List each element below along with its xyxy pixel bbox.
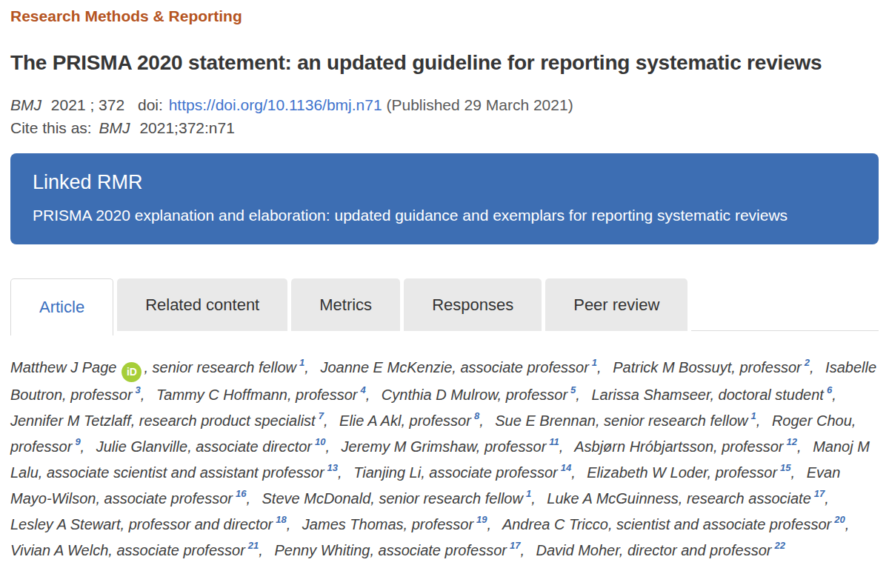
doi-link[interactable]: https://doi.org/10.1136/bmj.n71: [169, 96, 382, 113]
page-title: The PRISMA 2020 statement: an updated gu…: [10, 50, 879, 76]
author: Jennifer M Tetzlaff, research product sp…: [10, 412, 324, 429]
author-name: Lesley A Stewart: [10, 516, 121, 532]
author-separator: ,: [487, 516, 499, 532]
article-header-page: Research Methods & Reporting The PRISMA …: [0, 0, 889, 564]
author-name: Elie A Akl: [339, 412, 401, 429]
author: Luke A McGuinness, research associate17: [547, 490, 825, 507]
author-separator: ,: [81, 438, 93, 455]
linked-rmr-box: Linked RMR PRISMA 2020 explanation and e…: [10, 153, 879, 244]
author-separator: ,: [832, 387, 844, 403]
author-separator: ,: [791, 464, 803, 481]
affiliation-ref[interactable]: 3: [136, 384, 141, 395]
author: James Thomas, professor19: [302, 516, 487, 532]
author-name: Asbjørn Hróbjartsson: [574, 438, 713, 455]
author-role: , senior research fellow: [144, 359, 296, 375]
affiliation-ref[interactable]: 2: [805, 357, 810, 368]
affiliation-ref[interactable]: 11: [549, 436, 559, 447]
affiliation-ref[interactable]: 20: [834, 514, 845, 525]
author-separator: ,: [756, 412, 768, 429]
author: Tammy C Hoffmann, professor4: [156, 387, 366, 403]
author-name: Matthew J Page: [10, 359, 116, 375]
author-separator: ,: [825, 490, 836, 507]
tab-responses[interactable]: Responses: [404, 278, 542, 331]
author-name: Patrick M Bossuyt: [613, 359, 731, 375]
author-name: Penny Whiting: [274, 542, 370, 558]
affiliation-ref[interactable]: 5: [570, 384, 576, 395]
author-name: Jennifer M Tetzlaff: [10, 412, 131, 429]
affiliation-ref[interactable]: 15: [780, 462, 790, 473]
affiliation-ref[interactable]: 22: [774, 540, 785, 551]
author: Matthew J PageiD, senior research fellow…: [10, 359, 304, 375]
tab-article[interactable]: Article: [10, 278, 113, 335]
author-role: , senior research fellow: [596, 412, 748, 429]
author-name: Vivian A Welch: [10, 542, 108, 558]
affiliation-ref[interactable]: 19: [476, 514, 487, 525]
tab-related-content[interactable]: Related content: [117, 278, 287, 331]
author-separator: ,: [479, 412, 491, 429]
author: David Moher, director and professor22: [536, 542, 785, 558]
author: Lesley A Stewart, professor and director…: [10, 516, 287, 532]
author-separator: ,: [325, 438, 337, 455]
author-name: Jeremy M Grimshaw: [342, 438, 476, 455]
affiliation-ref[interactable]: 18: [276, 514, 286, 525]
affiliation-ref[interactable]: 16: [236, 488, 246, 499]
tab-metrics[interactable]: Metrics: [291, 278, 400, 331]
author-separator: ,: [576, 387, 587, 403]
tab-peer-review[interactable]: Peer review: [545, 278, 687, 331]
affiliation-ref[interactable]: 17: [510, 540, 520, 551]
affiliation-ref[interactable]: 6: [827, 384, 832, 395]
author-separator: ,: [559, 438, 571, 455]
doi-label: doi:: [138, 96, 163, 113]
author: Vivian A Welch, associate professor21: [10, 542, 259, 558]
author-role: , professor: [713, 438, 783, 455]
author-separator: ,: [304, 359, 316, 375]
affiliation-ref[interactable]: 7: [319, 410, 324, 421]
author: Andrea C Tricco, scientist and associate…: [502, 516, 845, 532]
author-name: David Moher: [536, 542, 619, 558]
author-role: , professor: [707, 464, 777, 481]
author-name: Elizabeth W Loder: [587, 464, 707, 481]
author-name: Tianjing Li: [353, 464, 421, 481]
author: Sue E Brennan, senior research fellow1: [495, 412, 756, 429]
author-role: , associate professor: [370, 542, 507, 558]
cite-as-ref: 2021;372:n71: [139, 119, 234, 136]
author: Cynthia D Mulrow, professor5: [382, 387, 576, 403]
affiliation-ref[interactable]: 9: [75, 436, 80, 447]
author-name: Roger Chou: [772, 412, 852, 429]
author-role: , professor: [62, 387, 132, 403]
author: Asbjørn Hróbjartsson, professor12: [574, 438, 797, 455]
affiliation-ref[interactable]: 13: [327, 462, 338, 473]
affiliation-ref[interactable]: 4: [360, 384, 365, 395]
author-role: , professor: [731, 359, 801, 375]
author-name: Larissa Shamseer: [591, 387, 710, 403]
author: Steve McDonald, senior research fellow1: [262, 490, 532, 507]
author-separator: ,: [797, 438, 809, 455]
affiliation-ref[interactable]: 1: [592, 357, 597, 368]
section-label[interactable]: Research Methods & Reporting: [10, 7, 242, 25]
author-role: , professor: [401, 412, 470, 429]
author-name: Joanne E McKenzie: [320, 359, 452, 375]
affiliation-ref[interactable]: 12: [787, 436, 797, 447]
affiliation-ref[interactable]: 17: [814, 488, 825, 499]
cite-as-line: Cite this as: BMJ 2021;372:n71: [10, 119, 879, 137]
author-separator: ,: [366, 387, 378, 403]
affiliation-ref[interactable]: 8: [474, 410, 479, 421]
author-role: , scientist and associate professor: [608, 516, 831, 532]
affiliation-ref[interactable]: 10: [315, 436, 325, 447]
affiliation-ref[interactable]: 1: [299, 357, 304, 368]
orcid-icon[interactable]: iD: [121, 362, 141, 382]
journal-name: BMJ: [10, 96, 41, 113]
affiliation-ref[interactable]: 21: [248, 540, 259, 551]
affiliation-ref[interactable]: 14: [561, 462, 571, 473]
affiliation-ref[interactable]: 1: [526, 488, 531, 499]
author-role: , associate professor: [108, 542, 245, 558]
affiliation-ref[interactable]: 1: [751, 410, 756, 421]
author: Elizabeth W Loder, professor15: [587, 464, 790, 481]
author-role: , research product specialist: [131, 412, 316, 429]
author-role: , professor: [476, 438, 546, 455]
author: Penny Whiting, associate professor17: [274, 542, 520, 558]
linked-rmr-link[interactable]: PRISMA 2020 explanation and elaboration:…: [33, 206, 856, 225]
author-separator: ,: [845, 516, 857, 532]
author-name: Andrea C Tricco: [502, 516, 608, 532]
published-date: (Published 29 March 2021): [386, 96, 573, 113]
